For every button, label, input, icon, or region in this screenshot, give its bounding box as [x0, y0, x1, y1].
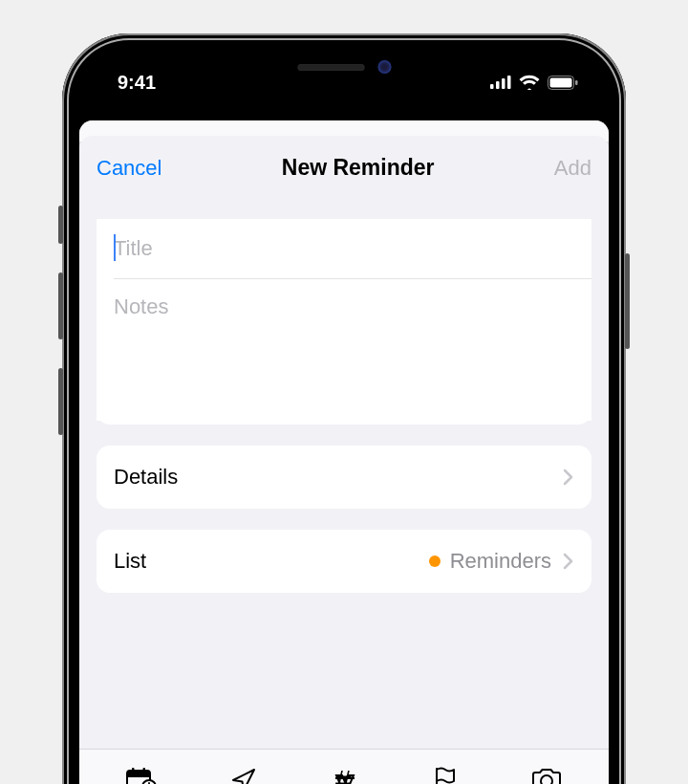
list-row[interactable]: List Reminders — [97, 530, 591, 593]
new-reminder-sheet: Cancel New Reminder Add — [79, 136, 609, 784]
svg-rect-8 — [127, 771, 150, 777]
svg-rect-0 — [490, 84, 494, 89]
sheet-title: New Reminder — [282, 155, 435, 181]
cellular-icon — [490, 76, 511, 89]
text-cursor — [114, 234, 116, 261]
side-button-right — [625, 253, 630, 378]
side-buttons-left — [58, 206, 63, 464]
location-icon[interactable] — [229, 766, 258, 785]
title-input[interactable] — [97, 219, 591, 278]
calendar-clock-icon[interactable] — [125, 767, 158, 785]
svg-rect-9 — [132, 768, 135, 773]
flag-icon[interactable] — [432, 766, 459, 785]
camera-icon[interactable] — [530, 768, 563, 785]
phone-screen: 9:41 Cancel New Reminder Add — [79, 49, 609, 784]
details-row[interactable]: Details — [97, 446, 591, 509]
svg-rect-2 — [502, 78, 505, 89]
chevron-right-icon — [563, 553, 574, 570]
status-time: 9:41 — [118, 72, 156, 94]
details-label: Details — [114, 465, 178, 490]
svg-text:#: # — [335, 766, 352, 785]
notch — [227, 49, 462, 85]
wifi-icon — [519, 75, 540, 90]
svg-rect-5 — [550, 77, 572, 87]
chevron-right-icon — [563, 468, 574, 486]
tag-icon[interactable]: # — [331, 766, 359, 785]
keyboard-toolbar: # — [79, 749, 609, 784]
title-notes-card — [97, 219, 591, 425]
list-label: List — [114, 549, 146, 574]
phone-frame: 9:41 Cancel New Reminder Add — [62, 33, 626, 784]
add-button[interactable]: Add — [554, 156, 591, 181]
svg-rect-10 — [142, 768, 145, 773]
svg-rect-6 — [575, 80, 578, 85]
cancel-button[interactable]: Cancel — [97, 156, 161, 181]
battery-icon — [548, 76, 578, 90]
sheet-stack: Cancel New Reminder Add — [79, 120, 609, 784]
svg-rect-1 — [496, 81, 500, 89]
list-value: Reminders — [450, 549, 551, 574]
list-color-dot — [429, 555, 441, 567]
svg-rect-3 — [507, 76, 511, 89]
sheet-nav: Cancel New Reminder Add — [79, 136, 609, 198]
svg-point-13 — [541, 775, 552, 785]
notes-input[interactable] — [97, 279, 591, 421]
